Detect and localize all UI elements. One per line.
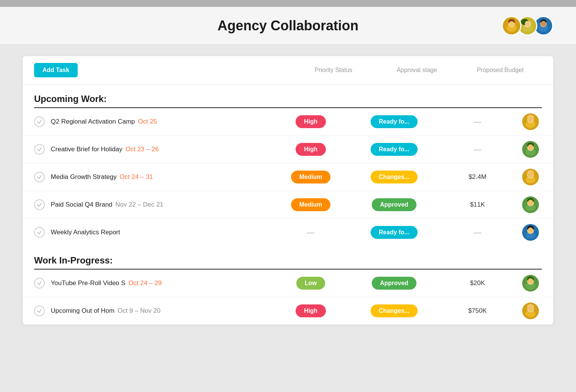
- avatar-cell-task-2: [519, 141, 542, 158]
- budget-cell-task-3: $2.4M: [436, 173, 519, 181]
- svg-point-44: [528, 278, 533, 284]
- priority-badge-task-7: High: [296, 304, 326, 317]
- section-header-upcoming: Upcoming Work:: [23, 85, 553, 107]
- budget-value-task-3: $2.4M: [468, 173, 486, 181]
- approval-cell-task-7: Changes...: [352, 304, 436, 317]
- col-header-priority: Priority Status: [292, 67, 375, 74]
- svg-point-19: [528, 117, 533, 122]
- approval-badge-task-5: Ready fo...: [371, 226, 418, 239]
- task-date-task-1: Oct 25: [138, 118, 157, 125]
- approval-cell-task-1: Ready fo...: [352, 115, 436, 128]
- priority-dash-task-5: —: [307, 228, 315, 237]
- priority-badge-task-1: High: [296, 115, 326, 128]
- priority-badge-task-4: Medium: [291, 198, 330, 211]
- avatar-cell-task-1: [519, 113, 542, 130]
- avatar-cell-task-4: [519, 196, 542, 213]
- task-date-task-7: Oct 9 – Nov 20: [117, 307, 160, 315]
- svg-point-14: [541, 21, 546, 26]
- main-content: Add Task Priority Status Approval stage …: [0, 45, 576, 336]
- col-header-approval: Approval stage: [375, 67, 459, 74]
- priority-badge-task-3: Medium: [291, 171, 330, 183]
- svg-point-39: [528, 227, 533, 233]
- task-row-task-2: Creative Brief for Holiday Oct 23 – 26 H…: [23, 136, 553, 163]
- budget-value-task-4: $11K: [470, 201, 485, 209]
- column-headers: Priority Status Approval stage Proposed …: [292, 67, 542, 74]
- approval-badge-task-3: Changes...: [371, 171, 418, 183]
- card-header: Add Task Priority Status Approval stage …: [23, 56, 553, 85]
- budget-cell-task-1: —: [436, 118, 519, 126]
- task-avatar-task-3: [522, 169, 539, 185]
- section-title-upcoming: Upcoming Work:: [34, 94, 107, 104]
- task-checkbox-task-7[interactable]: [34, 306, 45, 316]
- avatar-cell-task-3: [519, 169, 542, 185]
- task-checkbox-task-3[interactable]: [34, 172, 45, 182]
- budget-value-task-7: $750K: [468, 307, 487, 315]
- approval-badge-task-7: Changes...: [371, 304, 418, 317]
- task-avatar-task-4: [522, 196, 539, 213]
- task-row-task-1: Q2 Regional Activation Camp Oct 25 High …: [23, 108, 553, 136]
- approval-badge-task-4: Approved: [372, 198, 417, 211]
- task-avatar-task-1: [522, 113, 539, 130]
- task-name-task-4: Paid Social Q4 Brand Nov 22 – Dec 21: [51, 201, 269, 209]
- task-row-task-6: YouTube Pre-Roll Video S Oct 24 – 29 Low…: [23, 270, 553, 297]
- svg-point-34: [528, 200, 533, 205]
- approval-badge-task-6: Approved: [372, 277, 417, 290]
- task-checkbox-task-6[interactable]: [34, 278, 45, 289]
- priority-cell-task-2: High: [269, 143, 352, 156]
- task-card: Add Task Priority Status Approval stage …: [23, 56, 553, 325]
- priority-cell-task-7: High: [269, 304, 352, 317]
- svg-point-9: [525, 21, 530, 26]
- task-row-task-3: Media Growth Strategy Oct 24 – 31 Medium…: [23, 163, 553, 191]
- col-header-budget: Proposed Budget: [459, 67, 542, 74]
- task-checkbox-task-1[interactable]: [34, 116, 45, 127]
- approval-cell-task-3: Changes...: [352, 171, 436, 183]
- section-header-wip: Work In-Progress:: [23, 246, 553, 269]
- approval-cell-task-4: Approved: [352, 198, 436, 211]
- svg-point-24: [528, 144, 533, 150]
- task-row-task-7: Upcoming Out of Hom Oct 9 – Nov 20 High …: [23, 297, 553, 325]
- avatar-cell-task-7: [519, 303, 542, 319]
- task-name-task-5: Weekly Analytics Report: [51, 229, 269, 236]
- svg-point-4: [509, 21, 514, 27]
- budget-cell-task-2: —: [436, 145, 519, 154]
- task-row-task-5: Weekly Analytics Report — Ready fo... —: [23, 219, 553, 246]
- task-avatar-task-5: [522, 224, 539, 241]
- top-bar: [0, 0, 576, 7]
- svg-point-29: [528, 172, 533, 177]
- task-avatar-task-7: [522, 303, 539, 319]
- priority-cell-task-6: Low: [269, 277, 352, 290]
- budget-cell-task-5: —: [436, 228, 519, 237]
- task-checkbox-task-2[interactable]: [34, 144, 45, 155]
- svg-point-49: [528, 306, 533, 311]
- task-avatar-task-2: [522, 141, 539, 158]
- task-date-task-4: Nov 22 – Dec 21: [116, 201, 164, 209]
- priority-cell-task-1: High: [269, 115, 352, 128]
- sections-container: Upcoming Work: Q2 Regional Activation Ca…: [23, 85, 553, 325]
- priority-cell-task-4: Medium: [269, 198, 352, 211]
- budget-cell-task-4: $11K: [436, 201, 519, 209]
- budget-value-task-6: $20K: [470, 279, 485, 287]
- add-task-button[interactable]: Add Task: [34, 63, 78, 77]
- section-upcoming: Upcoming Work: Q2 Regional Activation Ca…: [23, 85, 553, 246]
- task-name-task-7: Upcoming Out of Hom Oct 9 – Nov 20: [51, 307, 269, 315]
- budget-dash-task-5: —: [474, 228, 481, 237]
- avatar-cell-task-6: [519, 275, 542, 292]
- budget-dash-task-2: —: [474, 145, 481, 154]
- task-name-task-6: YouTube Pre-Roll Video S Oct 24 – 29: [51, 279, 269, 287]
- budget-cell-task-7: $750K: [436, 307, 519, 315]
- priority-badge-task-2: High: [296, 143, 326, 156]
- approval-cell-task-5: Ready fo...: [352, 226, 436, 239]
- page-title: Agency Collaboration: [218, 18, 358, 34]
- approval-badge-task-2: Ready fo...: [371, 143, 418, 156]
- task-row-task-4: Paid Social Q4 Brand Nov 22 – Dec 21 Med…: [23, 191, 553, 219]
- budget-dash-task-1: —: [474, 118, 481, 126]
- task-checkbox-task-4[interactable]: [34, 199, 45, 210]
- approval-cell-task-2: Ready fo...: [352, 143, 436, 156]
- header: Agency Collaboration: [0, 7, 576, 45]
- approval-badge-task-1: Ready fo...: [371, 115, 418, 128]
- header-avatars: [502, 16, 553, 36]
- task-checkbox-task-5[interactable]: [34, 227, 45, 238]
- section-title-wip: Work In-Progress:: [34, 255, 113, 265]
- task-date-task-6: Oct 24 – 29: [128, 279, 162, 287]
- priority-cell-task-5: —: [269, 228, 352, 237]
